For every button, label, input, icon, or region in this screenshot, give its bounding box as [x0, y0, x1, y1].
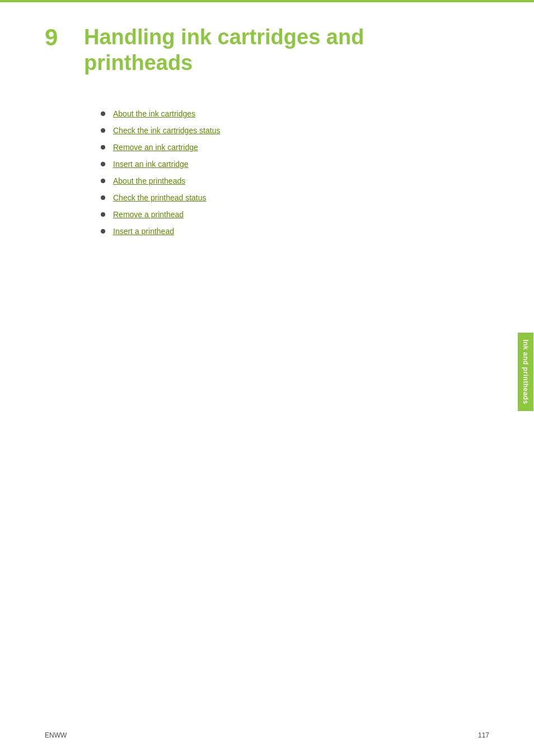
list-item: About the ink cartridges	[101, 109, 489, 118]
toc-link-5[interactable]: Check the printhead status	[113, 193, 207, 202]
table-of-contents: About the ink cartridgesCheck the ink ca…	[101, 109, 489, 236]
list-item: Remove an ink cartridge	[101, 143, 489, 152]
list-item: Insert an ink cartridge	[101, 160, 489, 169]
sidebar-tab: Ink and printheads	[518, 333, 533, 411]
toc-link-0[interactable]: About the ink cartridges	[113, 109, 195, 118]
bullet-icon	[101, 128, 105, 133]
bullet-icon	[101, 212, 105, 217]
bullet-icon	[101, 111, 105, 116]
bullet-icon	[101, 229, 105, 234]
toc-link-7[interactable]: Insert a printhead	[113, 227, 174, 236]
list-item: Check the ink cartridges status	[101, 126, 489, 135]
footer: ENWW 117	[0, 731, 534, 739]
footer-label: ENWW	[45, 731, 67, 739]
toc-link-4[interactable]: About the printheads	[113, 176, 185, 185]
toc-link-3[interactable]: Insert an ink cartridge	[113, 160, 189, 169]
chapter-title-line2: printheads	[84, 51, 193, 74]
chapter-header: 9 Handling ink cartridges and printheads	[45, 25, 489, 76]
toc-link-1[interactable]: Check the ink cartridges status	[113, 126, 220, 135]
bullet-icon	[101, 162, 105, 166]
toc-link-6[interactable]: Remove a printhead	[113, 210, 184, 219]
bullet-icon	[101, 179, 105, 183]
list-item: Check the printhead status	[101, 193, 489, 202]
list-item: Insert a printhead	[101, 227, 489, 236]
bullet-icon	[101, 145, 105, 150]
toc-link-2[interactable]: Remove an ink cartridge	[113, 143, 198, 152]
chapter-title: Handling ink cartridges and printheads	[84, 25, 364, 76]
list-item: About the printheads	[101, 176, 489, 185]
chapter-title-line1: Handling ink cartridges and	[84, 25, 364, 49]
chapter-number: 9	[45, 25, 73, 50]
list-item: Remove a printhead	[101, 210, 489, 219]
top-border	[0, 0, 534, 2]
footer-page-number: 117	[478, 731, 489, 739]
sidebar-tab-label: Ink and printheads	[522, 339, 530, 404]
bullet-icon	[101, 195, 105, 200]
